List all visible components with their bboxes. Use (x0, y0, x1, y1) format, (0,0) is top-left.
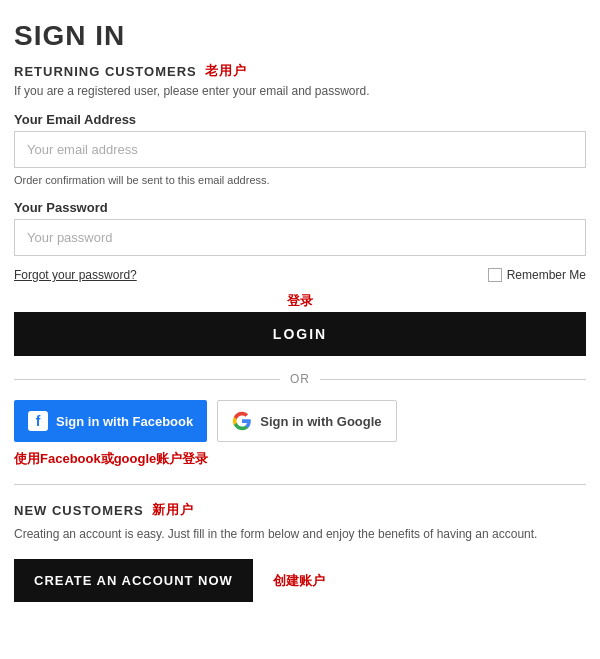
password-input[interactable] (14, 219, 586, 256)
create-account-button[interactable]: CREATE AN ACCOUNT NOW (14, 559, 253, 602)
new-customers-heading-text: NEW CUSTOMERS (14, 503, 144, 518)
section-divider (14, 484, 586, 485)
login-btn-container: LOGIN (14, 312, 586, 356)
remember-me-checkbox[interactable] (488, 268, 502, 282)
or-line-right (320, 379, 586, 380)
or-text: OR (290, 372, 310, 386)
facebook-signin-label: Sign in with Facebook (56, 414, 193, 429)
facebook-signin-button[interactable]: f Sign in with Facebook (14, 400, 207, 442)
remember-me-label: Remember Me (488, 268, 586, 282)
page-title: SIGN IN (14, 20, 586, 52)
returning-customers-heading: RETURNING CUSTOMERS 老用户 (14, 62, 586, 80)
password-label: Your Password (14, 200, 586, 215)
create-chinese-label: 创建账户 (273, 572, 325, 590)
new-customers-subtext: Creating an account is easy. Just fill i… (14, 525, 586, 543)
forgot-password-link[interactable]: Forgot your password? (14, 268, 137, 282)
new-customers-heading: NEW CUSTOMERS 新用户 (14, 501, 586, 519)
facebook-icon: f (28, 411, 48, 431)
returning-heading-text: RETURNING CUSTOMERS (14, 64, 197, 79)
new-customers-heading-chinese: 新用户 (152, 501, 194, 519)
email-input[interactable] (14, 131, 586, 168)
social-buttons: f Sign in with Facebook Sign in with Goo… (14, 400, 586, 442)
email-label: Your Email Address (14, 112, 586, 127)
google-signin-button[interactable]: Sign in with Google (217, 400, 396, 442)
returning-subtext: If you are a registered user, please ent… (14, 84, 586, 98)
login-button[interactable]: LOGIN (14, 312, 586, 356)
google-signin-label: Sign in with Google (260, 414, 381, 429)
google-icon (232, 411, 252, 431)
create-row: CREATE AN ACCOUNT NOW 创建账户 (14, 559, 586, 602)
email-note: Order confirmation will be sent to this … (14, 174, 586, 186)
returning-heading-chinese: 老用户 (205, 62, 247, 80)
social-note: 使用Facebook或google账户登录 (14, 450, 586, 468)
or-line-left (14, 379, 280, 380)
or-divider: OR (14, 372, 586, 386)
login-chinese-label: 登录 (14, 292, 586, 310)
remember-row: Forgot your password? Remember Me (14, 268, 586, 282)
remember-me-text: Remember Me (507, 268, 586, 282)
